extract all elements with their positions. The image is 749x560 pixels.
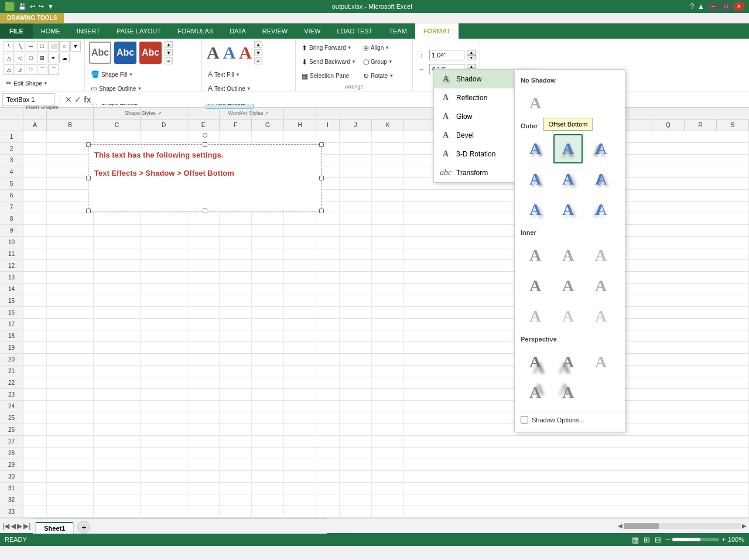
shape-tool-2[interactable]: ╲ xyxy=(15,41,25,52)
cell-23f[interactable] xyxy=(220,389,252,400)
shape-style-1[interactable]: Abc xyxy=(89,42,111,64)
name-box[interactable] xyxy=(2,93,55,106)
cell-15b[interactable] xyxy=(47,295,94,306)
cell-21j[interactable] xyxy=(340,366,372,377)
scroll-left[interactable]: ◀ xyxy=(618,523,623,529)
shape-styles-up[interactable]: ▲ xyxy=(165,41,173,48)
cell-26j[interactable] xyxy=(340,424,372,435)
cell-11a[interactable] xyxy=(23,248,47,259)
cell-27j[interactable] xyxy=(340,436,372,447)
cell-22d[interactable] xyxy=(141,377,187,388)
width-spin-up[interactable]: ▲ xyxy=(467,64,476,69)
cell-19c[interactable] xyxy=(94,342,141,353)
cell-11c[interactable] xyxy=(94,248,141,259)
cell-16d[interactable] xyxy=(141,307,187,318)
col-header-a[interactable]: A xyxy=(23,119,47,131)
cell-10h[interactable] xyxy=(284,237,316,248)
shadow-outer-1[interactable]: A xyxy=(521,134,550,163)
cell-25i[interactable] xyxy=(316,412,340,424)
ribbon-minimize-btn[interactable]: ▲ xyxy=(697,2,704,11)
cell-28f[interactable] xyxy=(220,448,252,459)
save-btn[interactable]: 💾 xyxy=(18,3,26,11)
cell-25j[interactable] xyxy=(340,412,372,424)
cell-21i[interactable] xyxy=(316,366,340,377)
cell-27c[interactable] xyxy=(94,436,141,447)
row-num-21[interactable]: 21 xyxy=(0,366,23,377)
cell-17c[interactable] xyxy=(94,319,141,330)
cell-25f[interactable] xyxy=(220,412,252,424)
shadow-inner-8[interactable]: A xyxy=(553,302,583,331)
cell-6j[interactable] xyxy=(340,190,372,201)
cell-14j[interactable] xyxy=(340,284,372,295)
redo-btn[interactable]: ↪ xyxy=(39,3,44,11)
close-btn[interactable]: ✕ xyxy=(734,2,744,11)
cell-19g[interactable] xyxy=(252,342,284,353)
cell-6b[interactable] xyxy=(47,190,94,201)
wordart-style-3[interactable]: A xyxy=(239,43,252,63)
cell-14g[interactable] xyxy=(252,284,284,295)
cell-20k[interactable] xyxy=(372,354,404,365)
row-num-9[interactable]: 9 xyxy=(0,225,23,236)
cell-25b[interactable] xyxy=(47,412,94,424)
cell-30f[interactable] xyxy=(220,471,252,482)
tab-page-layout[interactable]: PAGE LAYOUT xyxy=(108,23,169,39)
shape-tool-17[interactable]: ⌒ xyxy=(48,64,59,75)
cell-30h[interactable] xyxy=(284,471,316,482)
cell-18f[interactable] xyxy=(220,330,252,342)
cell-13b[interactable] xyxy=(47,272,94,283)
cell-12b[interactable] xyxy=(47,260,94,271)
cell-18g[interactable] xyxy=(252,330,284,342)
cell-15e[interactable] xyxy=(187,295,220,306)
sheet-nav-next[interactable]: ▶ xyxy=(17,522,22,530)
cell-3k[interactable] xyxy=(372,155,404,166)
shadow-outer-9[interactable]: A xyxy=(586,195,615,224)
shadow-persp-3[interactable]: A xyxy=(586,347,615,377)
row-num-15[interactable]: 15 xyxy=(0,295,23,306)
shape-tool-10[interactable]: ⊞ xyxy=(37,53,47,63)
cell-23h[interactable] xyxy=(284,389,316,400)
cell-2a[interactable] xyxy=(23,143,47,154)
cell-29i[interactable] xyxy=(316,459,340,470)
wordart-down[interactable]: ▼ xyxy=(254,49,262,56)
cell-33j[interactable] xyxy=(340,506,372,517)
cell-28c[interactable] xyxy=(94,448,141,459)
cell-20g[interactable] xyxy=(252,354,284,365)
sheet-nav-first[interactable]: |◀ xyxy=(2,522,9,530)
cell-31j[interactable] xyxy=(340,483,372,494)
shadow-options-checkbox[interactable] xyxy=(521,416,528,424)
cell-29k[interactable] xyxy=(372,459,404,470)
cell-22h[interactable] xyxy=(284,377,316,388)
shape-tool-13[interactable]: △ xyxy=(4,64,14,75)
cell-19h[interactable] xyxy=(284,342,316,353)
cell-29d[interactable] xyxy=(141,459,187,470)
shadow-inner-4[interactable]: A xyxy=(521,271,550,301)
cell-25c[interactable] xyxy=(94,412,141,424)
col-header-b[interactable]: B xyxy=(47,119,94,131)
cell-13c[interactable] xyxy=(94,272,141,283)
cell-2j[interactable] xyxy=(340,143,372,154)
cell-23k[interactable] xyxy=(372,389,404,400)
cell-32b[interactable] xyxy=(47,494,94,506)
cell-33c[interactable] xyxy=(94,506,141,517)
shadow-persp-1[interactable]: A xyxy=(521,347,550,377)
cell-24h[interactable] xyxy=(284,401,316,412)
sheet-nav-last[interactable]: ▶| xyxy=(23,522,30,530)
restore-btn[interactable]: □ xyxy=(721,2,731,11)
row-num-7[interactable]: 7 xyxy=(0,202,23,213)
cell-1g[interactable] xyxy=(252,131,284,142)
cell-31k[interactable] xyxy=(372,483,404,494)
cell-15f[interactable] xyxy=(220,295,252,306)
cell-3b[interactable] xyxy=(47,155,94,166)
cell-21c[interactable] xyxy=(94,366,141,377)
cell-29e[interactable] xyxy=(187,459,220,470)
cell-17e[interactable] xyxy=(187,319,220,330)
cell-16b[interactable] xyxy=(47,307,94,318)
cell-21h[interactable] xyxy=(284,366,316,377)
cell-21f[interactable] xyxy=(220,366,252,377)
handle-bl[interactable] xyxy=(86,209,91,213)
cell-19f[interactable] xyxy=(220,342,252,353)
shadow-outer-6[interactable]: A xyxy=(586,165,615,194)
shape-fill-btn[interactable]: 🪣 Shape Fill ▼ xyxy=(88,68,146,81)
cell-20c[interactable] xyxy=(94,354,141,365)
row-num-28[interactable]: 28 xyxy=(0,448,23,459)
